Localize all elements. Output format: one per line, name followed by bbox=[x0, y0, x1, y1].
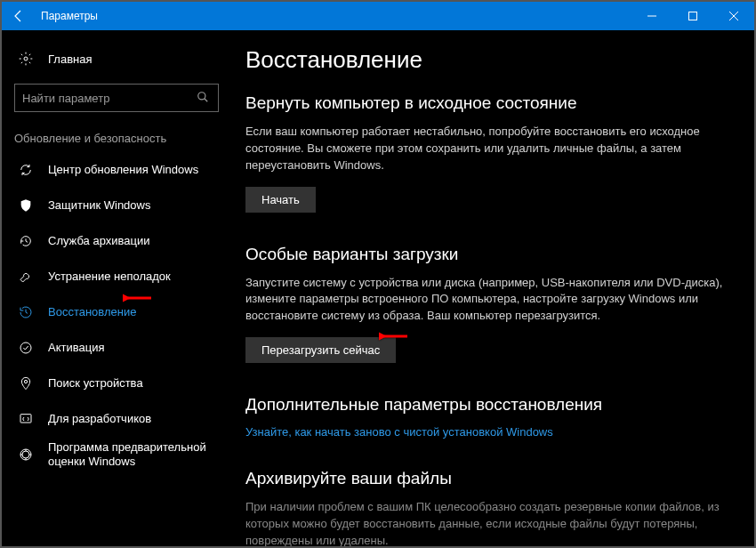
sidebar-item-label: Поиск устройства bbox=[48, 376, 152, 391]
svg-point-1 bbox=[24, 57, 28, 60]
sidebar: Главная Обновление и безопасность Центр … bbox=[2, 30, 233, 546]
section-backup-text: При наличии проблем с вашим ПК целесообр… bbox=[245, 499, 728, 546]
search-box[interactable] bbox=[14, 84, 219, 112]
sidebar-group-header: Обновление и безопасность bbox=[2, 112, 233, 152]
section-backup-heading: Архивируйте ваши файлы bbox=[245, 469, 728, 488]
code-icon bbox=[18, 411, 34, 427]
section-advanced-startup-heading: Особые варианты загрузки bbox=[245, 245, 728, 264]
window-title: Параметры bbox=[36, 10, 631, 22]
main-content: Восстановление Вернуть компьютер в исход… bbox=[233, 30, 754, 546]
svg-rect-5 bbox=[20, 415, 31, 423]
insider-icon bbox=[18, 447, 34, 463]
section-advanced-startup-text: Запустите систему с устройства или диска… bbox=[245, 275, 728, 326]
sidebar-item-troubleshoot[interactable]: Устранение неполадок bbox=[2, 259, 233, 294]
sidebar-item-recovery[interactable]: Восстановление bbox=[2, 294, 233, 330]
section-reset-heading: Вернуть компьютер в исходное состояние bbox=[245, 93, 728, 113]
start-button[interactable]: Начать bbox=[245, 187, 316, 213]
close-button[interactable] bbox=[713, 2, 754, 30]
title-bar: Параметры bbox=[2, 2, 754, 30]
sidebar-item-label: Служба архивации bbox=[48, 234, 159, 248]
check-circle-icon bbox=[18, 340, 34, 356]
svg-point-2 bbox=[198, 93, 205, 100]
svg-point-3 bbox=[20, 342, 31, 353]
section-more-options-heading: Дополнительные параметры восстановления bbox=[245, 395, 728, 415]
sidebar-item-activation[interactable]: Активация bbox=[2, 330, 233, 366]
maximize-button[interactable] bbox=[672, 2, 713, 30]
sidebar-item-find-device[interactable]: Поиск устройства bbox=[2, 366, 233, 401]
sidebar-item-developers[interactable]: Для разработчиков bbox=[2, 401, 233, 437]
page-title: Восстановление bbox=[245, 46, 728, 74]
sidebar-item-defender[interactable]: Защитник Windows bbox=[2, 188, 233, 223]
backup-icon bbox=[18, 233, 34, 249]
svg-point-6 bbox=[22, 451, 29, 458]
sidebar-item-label: Восстановление bbox=[48, 305, 145, 319]
svg-point-4 bbox=[24, 380, 27, 383]
sidebar-item-label: Центр обновления Windows bbox=[48, 163, 207, 177]
svg-rect-0 bbox=[689, 12, 697, 20]
sidebar-item-label: Программа предварительной оценки Windows bbox=[48, 440, 233, 468]
sidebar-item-backup[interactable]: Служба архивации bbox=[2, 223, 233, 259]
sidebar-item-label: Защитник Windows bbox=[48, 198, 159, 213]
shield-icon bbox=[18, 197, 34, 214]
sidebar-item-label: Активация bbox=[48, 341, 113, 355]
restart-now-button[interactable]: Перезагрузить сейчас bbox=[245, 337, 396, 363]
home-button[interactable]: Главная bbox=[2, 43, 233, 75]
sidebar-item-label: Для разработчиков bbox=[48, 412, 160, 426]
gear-icon bbox=[18, 51, 34, 67]
clean-install-link[interactable]: Узнайте, как начать заново с чистой уста… bbox=[245, 425, 728, 439]
sidebar-item-insider[interactable]: Программа предварительной оценки Windows bbox=[2, 437, 233, 472]
search-icon bbox=[197, 91, 211, 105]
sidebar-item-label: Устранение неполадок bbox=[48, 270, 180, 284]
back-button[interactable] bbox=[2, 2, 36, 30]
location-icon bbox=[18, 375, 34, 391]
search-input[interactable] bbox=[22, 92, 197, 105]
history-icon bbox=[18, 304, 34, 320]
refresh-icon bbox=[18, 162, 34, 178]
home-label: Главная bbox=[48, 52, 92, 66]
section-reset-text: Если ваш компьютер работает нестабильно,… bbox=[245, 124, 728, 174]
minimize-button[interactable] bbox=[631, 2, 672, 30]
sidebar-item-update[interactable]: Центр обновления Windows bbox=[2, 152, 233, 188]
wrench-icon bbox=[18, 269, 34, 285]
